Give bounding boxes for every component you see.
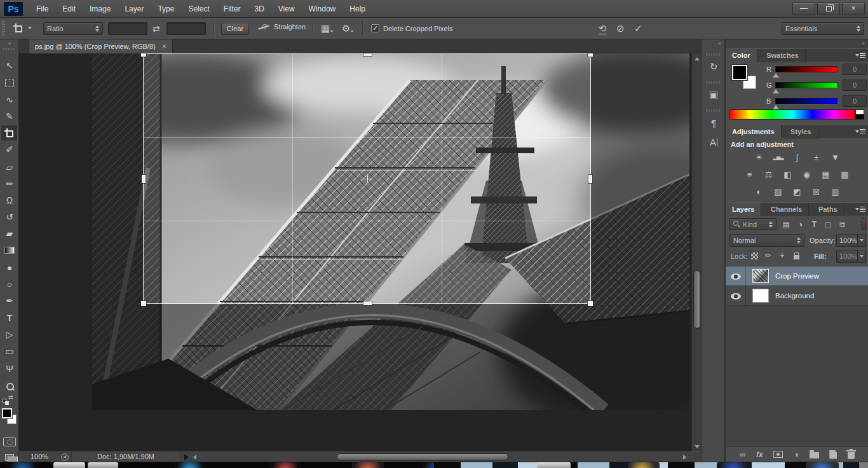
tool-blur[interactable]: ● <box>0 259 19 276</box>
tool-type[interactable]: T <box>0 310 19 326</box>
taskbar-item[interactable] <box>269 462 301 468</box>
visibility-cell[interactable] <box>726 266 746 286</box>
taskbar-item[interactable] <box>174 462 206 468</box>
tool-crop[interactable] <box>1 125 18 141</box>
menu-filter[interactable]: Filter <box>217 0 248 18</box>
tool-zoom[interactable] <box>0 378 19 394</box>
tool-eyedropper[interactable]: ✐ <box>0 141 19 158</box>
crop-handle-bottom-right[interactable] <box>588 301 593 306</box>
opacity-select[interactable]: 100% <box>836 234 866 247</box>
color-spectrum-ramp[interactable] <box>729 109 855 120</box>
adjustment-brightness-contrast-icon[interactable]: ☀ <box>752 152 766 163</box>
visibility-cell[interactable] <box>726 286 746 306</box>
horizontal-scroll-thumb[interactable] <box>337 453 508 460</box>
tool-rectangular-marquee[interactable] <box>0 74 19 91</box>
layer-thumbnail[interactable] <box>752 289 769 303</box>
workspace-select[interactable]: Essentials <box>782 22 864 35</box>
tool-rectangle-shape[interactable]: ▭ <box>0 343 19 359</box>
blue-slider-thumb[interactable] <box>773 105 779 109</box>
swap-dimensions-icon[interactable]: ⇄ <box>153 24 160 33</box>
filter-shape-layers-icon[interactable]: ▢ <box>823 219 834 230</box>
tool-brush[interactable]: ✏ <box>0 176 19 192</box>
spectrum-black-swatch[interactable] <box>855 114 864 120</box>
ratio-select[interactable]: Ratio <box>43 22 103 35</box>
adjustment-channel-mixer-icon[interactable]: ▦ <box>818 169 833 180</box>
reset-crop-icon[interactable]: ⟲ <box>599 24 607 34</box>
filter-adjustment-layers-icon[interactable]: ◑ <box>795 219 806 230</box>
tab-adjustments[interactable]: Adjustments <box>726 125 782 139</box>
crop-handle-right[interactable] <box>588 175 592 183</box>
dropdown-icon[interactable] <box>857 235 865 246</box>
crop-handle-top[interactable] <box>363 53 372 56</box>
adjustment-threshold-icon[interactable]: ◩ <box>790 186 804 197</box>
crop-handle-left[interactable] <box>142 175 146 183</box>
character-panel-icon[interactable]: A <box>704 134 723 150</box>
tool-dodge[interactable]: ○ <box>0 276 19 292</box>
taskbar-item[interactable] <box>717 462 750 468</box>
scroll-up-icon[interactable] <box>692 55 701 62</box>
zoom-level-field[interactable]: 100% <box>31 453 48 460</box>
menu-file[interactable]: File <box>29 0 55 18</box>
tool-spot-healing-brush[interactable]: ▱ <box>0 159 19 176</box>
scroll-down-icon[interactable] <box>692 443 701 450</box>
commit-crop-icon[interactable]: ✓ <box>634 24 642 33</box>
adjustment-color-balance-icon[interactable]: ⚖ <box>761 169 776 180</box>
blue-value-field[interactable]: 0 <box>843 95 867 107</box>
panel-menu-icon[interactable] <box>855 128 865 135</box>
blend-mode-select[interactable]: Normal <box>729 234 804 247</box>
menu-select[interactable]: Select <box>181 0 216 18</box>
lock-paint-icon[interactable]: ✏ <box>763 250 774 261</box>
menu-image[interactable]: Image <box>83 0 118 18</box>
layer-style-fx-icon[interactable]: fx <box>756 451 763 458</box>
layer-row-crop-preview[interactable]: Crop Preview <box>726 266 868 286</box>
menu-view[interactable]: View <box>271 0 302 18</box>
add-layer-mask-icon[interactable] <box>773 451 783 458</box>
adjustment-invert-icon[interactable]: ◐ <box>752 186 766 197</box>
tab-channels[interactable]: Channels <box>764 203 810 216</box>
toolstrip-collapse-icon[interactable]: » <box>0 40 19 46</box>
red-slider[interactable] <box>775 66 837 72</box>
taskbar-item[interactable] <box>628 462 660 468</box>
tool-eraser[interactable]: ▰ <box>0 225 19 242</box>
vertical-scroll-thumb[interactable] <box>693 270 700 329</box>
layer-thumbnail[interactable] <box>752 269 769 283</box>
tool-gradient[interactable] <box>0 242 19 258</box>
paragraph-panel-icon[interactable]: ¶ <box>704 114 723 131</box>
tab-styles[interactable]: Styles <box>784 125 818 139</box>
minimize-button[interactable]: — <box>792 3 815 15</box>
document-size-field[interactable]: Doc: 1,90M/1,90M <box>71 452 180 462</box>
default-swap-colors-widget[interactable]: ⇄ <box>0 394 19 407</box>
adjustment-gradient-map-icon[interactable]: ▥ <box>828 186 843 197</box>
panel-menu-icon[interactable] <box>855 52 865 59</box>
tool-move[interactable]: ↖ <box>0 57 19 74</box>
layer-row-background[interactable]: Background <box>726 286 868 306</box>
delete-cropped-pixels-checkbox[interactable]: ✓ <box>371 24 379 32</box>
layer-filter-toggle[interactable] <box>862 218 866 230</box>
new-layer-icon[interactable] <box>829 450 837 459</box>
blue-slider[interactable] <box>775 98 837 104</box>
menu-window[interactable]: Window <box>302 0 343 18</box>
tool-lasso[interactable]: ∿ <box>0 92 19 108</box>
restore-button[interactable] <box>817 3 840 15</box>
properties-panel-icon[interactable]: ▣ <box>704 86 723 103</box>
crop-handle-top-left[interactable] <box>141 53 146 57</box>
panels-collapse-icon[interactable]: » <box>862 40 865 46</box>
lock-transparency-icon[interactable] <box>749 250 760 261</box>
clear-button[interactable]: Clear <box>221 23 249 35</box>
taskbar-item[interactable] <box>352 462 384 468</box>
new-adjustment-layer-icon[interactable]: ◑ <box>794 450 799 458</box>
tool-path-selection[interactable]: ▷ <box>0 326 19 343</box>
tab-swatches[interactable]: Swatches <box>760 49 806 62</box>
tool-quick-selection[interactable]: ✎ <box>0 108 19 125</box>
tool-hand[interactable]: Ψ <box>0 361 19 377</box>
adjustment-selective-color-icon[interactable]: ⊠ <box>809 186 824 197</box>
status-flyout-icon[interactable] <box>184 454 189 460</box>
green-slider-thumb[interactable] <box>773 89 779 93</box>
crop-box[interactable] <box>143 53 591 304</box>
tab-paths[interactable]: Paths <box>812 203 844 216</box>
adjustment-color-lookup-icon[interactable]: ▩ <box>837 169 852 180</box>
crop-handle-top-right[interactable] <box>588 53 593 57</box>
horizontal-scrollbar[interactable] <box>192 452 690 462</box>
foreground-color-swatch[interactable] <box>732 65 747 80</box>
scroll-right-icon[interactable] <box>683 454 689 460</box>
